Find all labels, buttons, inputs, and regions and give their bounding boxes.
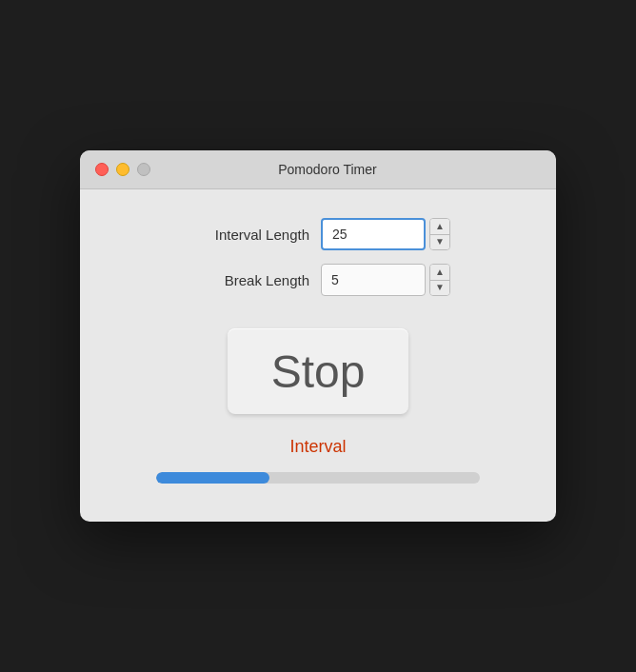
close-button[interactable] [95, 163, 109, 176]
window-content: Interval Length ▲ ▼ Break Length ▲ ▼ Sto… [80, 189, 556, 522]
app-window: Pomodoro Timer Interval Length ▲ ▼ Break… [80, 150, 556, 522]
window-title: Pomodoro Timer [114, 162, 541, 177]
phase-label: Interval [289, 437, 346, 457]
interval-stepper: ▲ ▼ [429, 218, 450, 250]
stop-button[interactable]: Stop [228, 328, 408, 414]
interval-increment-button[interactable]: ▲ [430, 219, 449, 235]
break-decrement-button[interactable]: ▼ [430, 281, 449, 296]
break-row: Break Length ▲ ▼ [118, 264, 518, 296]
interval-label: Interval Length [186, 227, 309, 243]
break-label: Break Length [186, 272, 309, 288]
interval-input-group: ▲ ▼ [321, 218, 450, 250]
interval-row: Interval Length ▲ ▼ [118, 218, 518, 250]
interval-input[interactable] [321, 218, 426, 250]
progress-bar-container [156, 472, 480, 484]
interval-decrement-button[interactable]: ▼ [430, 235, 449, 250]
break-stepper: ▲ ▼ [429, 264, 450, 296]
break-input[interactable] [321, 264, 426, 296]
progress-bar-fill [156, 472, 269, 484]
break-increment-button[interactable]: ▲ [430, 265, 449, 281]
title-bar: Pomodoro Timer [80, 150, 556, 189]
break-input-group: ▲ ▼ [321, 264, 450, 296]
